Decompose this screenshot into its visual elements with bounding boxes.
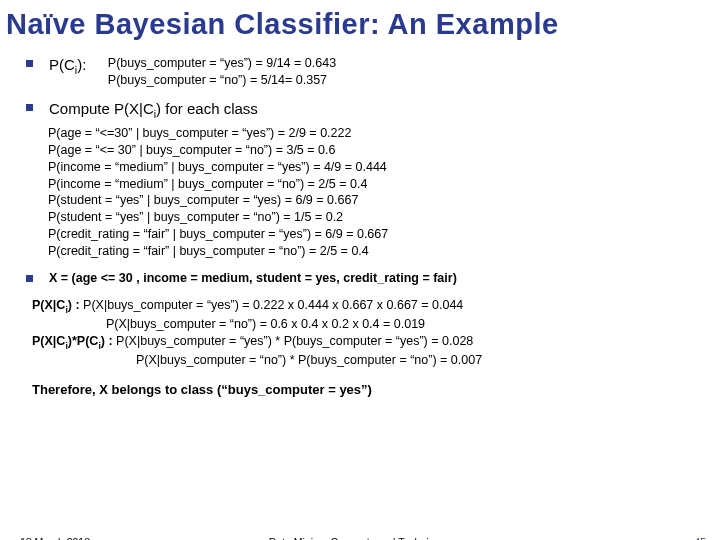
- bullet-icon: [26, 104, 33, 111]
- cond-l4: P(income = “medium” | buys_computer = “n…: [48, 176, 702, 193]
- pxci-l2: P(X|buys_computer = “no”) = 0.6 x 0.4 x …: [106, 316, 702, 333]
- bullet-icon: [26, 60, 33, 67]
- slide-body: P(Ci): P(buys_computer = “yes”) = 9/14 =…: [0, 55, 720, 399]
- pxci-l1: P(X|buys_computer = “yes”) = 0.222 x 0.4…: [83, 298, 463, 312]
- cond-l2: P(age = “<= 30” | buys_computer = “no”) …: [48, 142, 702, 159]
- pci-line2: P(buys_computer = “no”) = 5/14= 0.357: [108, 73, 327, 87]
- pxci-block: P(X|Ci) : P(X|buys_computer = “yes”) = 0…: [26, 297, 702, 369]
- pci-label: P(Ci):: [49, 56, 86, 73]
- bullet-compute: Compute P(X|Ci) for each class: [26, 99, 702, 121]
- cond-l7: P(credit_rating = “fair” | buys_computer…: [48, 226, 702, 243]
- pxci-l4: P(X|buys_computer = “no”) * P(buys_compu…: [136, 352, 702, 369]
- conditional-probs: P(age = “<=30” | buys_computer = “yes”) …: [48, 125, 702, 260]
- bullet-pci: P(Ci): P(buys_computer = “yes”) = 9/14 =…: [26, 55, 702, 89]
- pxci-label-2: P(X|Ci)*P(Ci) :: [32, 334, 116, 348]
- compute-heading: Compute P(X|Ci) for each class: [49, 100, 258, 117]
- cond-l6: P(student = “yes” | buys_computer = “no”…: [48, 209, 702, 226]
- pxci-l3: P(X|buys_computer = “yes”) * P(buys_comp…: [116, 334, 473, 348]
- x-definition: X = (age <= 30 , income = medium, studen…: [49, 271, 457, 285]
- cond-l8: P(credit_rating = “fair” | buys_computer…: [48, 243, 702, 260]
- conclusion: Therefore, X belongs to class (“buys_com…: [32, 381, 702, 399]
- slide-title: Naïve Bayesian Classifier: An Example: [0, 0, 720, 55]
- cond-l5: P(student = “yes” | buys_computer = “yes…: [48, 192, 702, 209]
- cond-l1: P(age = “<=30” | buys_computer = “yes”) …: [48, 125, 702, 142]
- pci-line1: P(buys_computer = “yes”) = 9/14 = 0.643: [108, 56, 336, 70]
- bullet-icon: [26, 275, 33, 282]
- footer-source: Data Mining: Concepts and Techniques: [269, 536, 452, 540]
- footer-date: 18 March 2018: [20, 536, 90, 540]
- cond-l3: P(income = “medium” | buys_computer = “y…: [48, 159, 702, 176]
- footer-page: 45: [694, 536, 706, 540]
- pxci-label-1: P(X|Ci) :: [32, 298, 83, 312]
- bullet-xdef: X = (age <= 30 , income = medium, studen…: [26, 270, 702, 287]
